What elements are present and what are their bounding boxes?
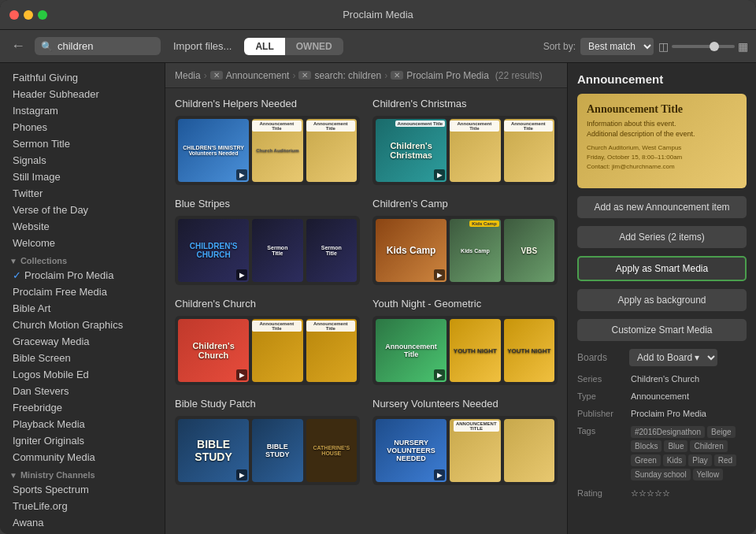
tab-all[interactable]: ALL [244, 38, 284, 55]
tab-owned[interactable]: OWNED [285, 38, 343, 55]
apply-smart-media-button[interactable]: Apply as Smart Media [577, 256, 747, 281]
sidebar-item-sermon-title[interactable]: Sermon Title [0, 135, 165, 152]
thumb-2[interactable]: YOUTH NIGHT [450, 319, 500, 382]
thumb-3[interactable]: YOUTH NIGHT [504, 319, 554, 382]
back-button[interactable]: ← [8, 38, 28, 54]
media-group-childrens-church[interactable]: Children's Church Children'sChurch ▶ [175, 298, 360, 385]
thumb-3[interactable]: VBS [504, 219, 554, 282]
series-val: Children's Church [631, 374, 747, 384]
tag[interactable]: Kids [663, 454, 686, 466]
thumb-main[interactable]: CHILDREN'S MINISTRYVolunteers Needed ▶ [178, 119, 249, 182]
tag[interactable]: Red [714, 454, 736, 466]
sidebar-item-proclaim-pro[interactable]: ✓Proclaim Pro Media [0, 267, 165, 284]
boards-select[interactable]: Add to Board ▾ [629, 349, 717, 366]
thumb-main[interactable]: Kids Camp ▶ [376, 219, 447, 282]
sort-select[interactable]: Best match Newest Oldest [580, 38, 654, 55]
media-group-youth-night[interactable]: Youth Night - Geometric AnnouncementTitl… [372, 298, 558, 385]
maximize-button[interactable] [38, 10, 47, 20]
list-view-icon[interactable]: ▦ [738, 40, 748, 53]
add-series-button[interactable]: Add Series (2 items) [577, 226, 747, 248]
tag[interactable]: Green [631, 454, 661, 466]
sidebar-item-bible-art[interactable]: Bible Art [0, 300, 165, 317]
main-content: Faithful Giving Header Subheader Instagr… [0, 63, 756, 534]
sidebar-item-freebridge[interactable]: Freebridge [0, 399, 165, 416]
thumb-3[interactable]: SermonTitle [306, 219, 357, 282]
sidebar-item-twitter[interactable]: Twitter [0, 185, 165, 202]
thumb-main[interactable]: AnnouncementTitle ▶ [376, 319, 447, 382]
add-announcement-button[interactable]: Add as new Announcement item [577, 196, 747, 218]
media-group-childrens-camp[interactable]: Children's Camp Kids Camp ▶ [372, 198, 558, 285]
thumb-2[interactable]: Announcement Title Church Auditorium [252, 119, 302, 182]
publisher-val: Proclaim Pro Media [631, 409, 747, 418]
thumb-main[interactable]: CHILDREN'SCHURCH ▶ [178, 219, 249, 282]
sidebar-item-header-subheader[interactable]: Header Subheader [0, 86, 165, 102]
size-slider[interactable] [672, 45, 735, 48]
tag[interactable]: Beige [707, 426, 736, 438]
breadcrumb-close-media[interactable]: ✕ [210, 71, 223, 80]
thumb-main[interactable]: Children'sChurch ▶ [178, 319, 249, 382]
thumb-3[interactable]: Announcement Title [504, 119, 554, 182]
sidebar-item-signals[interactable]: Signals [0, 152, 165, 169]
apply-background-button[interactable]: Apply as background [577, 289, 747, 311]
sidebar-item-dan-stevers[interactable]: Dan Stevers [0, 383, 165, 399]
tag[interactable]: Blue [664, 440, 687, 452]
thumb-2[interactable]: ANNOUNCEMENTTITLE [450, 419, 500, 482]
tag[interactable]: Sunday school [631, 469, 691, 480]
sidebar-item-welcome[interactable]: Welcome [0, 235, 165, 251]
sidebar-item-website[interactable]: Website [0, 218, 165, 235]
thumb-2[interactable]: SermonTitle [252, 219, 302, 282]
sidebar-item-verse-of-day[interactable]: Verse of the Day [0, 202, 165, 218]
thumb-main[interactable]: BIBLESTUDY ▶ [178, 419, 249, 482]
sidebar-item-igniter[interactable]: Igniter Originals [0, 432, 165, 449]
sidebar-item-proclaim-free[interactable]: Proclaim Free Media [0, 284, 165, 300]
tag[interactable]: #2016Designathon [631, 426, 705, 438]
sidebar-item-bible-screen[interactable]: Bible Screen [0, 350, 165, 366]
thumb-main[interactable]: Children'sChristmas Announcement Title ▶ [376, 119, 447, 182]
grid-view-icon[interactable]: ◫ [658, 40, 669, 53]
thumb-2[interactable]: Announcement Title [252, 319, 302, 382]
breadcrumb-announcement[interactable]: Announcement [226, 70, 290, 81]
thumb-2[interactable]: BIBLESTUDY [252, 419, 302, 482]
thumb-2[interactable]: Announcement Title [450, 119, 500, 182]
sidebar-item-graceway[interactable]: Graceway Media [0, 333, 165, 350]
thumb-3[interactable]: Announcement Title [306, 119, 357, 182]
sidebar-item-community[interactable]: Community Media [0, 449, 165, 465]
import-button[interactable]: Import files... [167, 37, 238, 55]
app-window: Proclaim Media ← 🔍 Import files... ALL O… [0, 0, 756, 534]
media-group-childrens-christmas[interactable]: Children's Christmas Children'sChristmas… [372, 98, 558, 185]
sidebar-item-faithful-giving[interactable]: Faithful Giving [0, 69, 165, 86]
sidebar-item-truelife[interactable]: TrueLife.org [0, 498, 165, 514]
thumb-2[interactable]: Kids Camp Kids Camp [450, 219, 500, 282]
sidebar-item-phones[interactable]: Phones [0, 119, 165, 135]
minimize-button[interactable] [24, 10, 33, 20]
tag[interactable]: Play [688, 454, 711, 466]
sidebar-item-crossing[interactable]: Crossing Cultures International [0, 531, 165, 534]
customize-smart-media-button[interactable]: Customize Smart Media [577, 319, 747, 341]
sidebar-item-church-motion[interactable]: Church Motion Graphics [0, 317, 165, 333]
media-group-bible-study[interactable]: Bible Study Patch BIBLESTUDY ▶ [175, 398, 360, 485]
media-group-childrens-helpers[interactable]: Children's Helpers Needed CHILDREN'S MIN… [175, 98, 360, 185]
tag[interactable]: Yellow [693, 469, 724, 480]
breadcrumb-media[interactable]: Media [175, 70, 201, 81]
sidebar-item-instagram[interactable]: Instagram [0, 102, 165, 119]
thumb-main[interactable]: NURSERYVOLUNTEERSNEEDED ▶ [376, 419, 447, 482]
thumb-3[interactable] [504, 419, 554, 482]
thumb-3[interactable]: CATHERINE'SHOUSE [306, 419, 357, 482]
publisher-key: Publisher [577, 409, 624, 418]
thumb-3[interactable]: Announcement Title [306, 319, 357, 382]
sidebar-item-logos[interactable]: Logos Mobile Ed [0, 366, 165, 383]
breadcrumb-close-search[interactable]: ✕ [391, 71, 403, 80]
breadcrumb-close-announcement[interactable]: ✕ [298, 71, 311, 80]
close-button[interactable] [9, 10, 19, 20]
search-input[interactable] [57, 40, 152, 52]
breadcrumb-proclaim-pro[interactable]: Proclaim Pro Media [406, 70, 489, 81]
tag[interactable]: Blocks [631, 440, 662, 452]
tag[interactable]: Children [690, 440, 727, 452]
sidebar-item-sports[interactable]: Sports Spectrum [0, 481, 165, 498]
breadcrumb-search[interactable]: search: children [314, 70, 381, 81]
media-group-blue-stripes[interactable]: Blue Stripes CHILDREN'SCHURCH ▶ [175, 198, 360, 285]
sidebar-item-awana[interactable]: Awana [0, 514, 165, 531]
sidebar-item-playback[interactable]: Playback Media [0, 416, 165, 432]
sidebar-item-still-image[interactable]: Still Image [0, 169, 165, 185]
media-group-nursery[interactable]: Nursery Volunteers Needed NURSERYVOLUNTE… [372, 398, 558, 485]
